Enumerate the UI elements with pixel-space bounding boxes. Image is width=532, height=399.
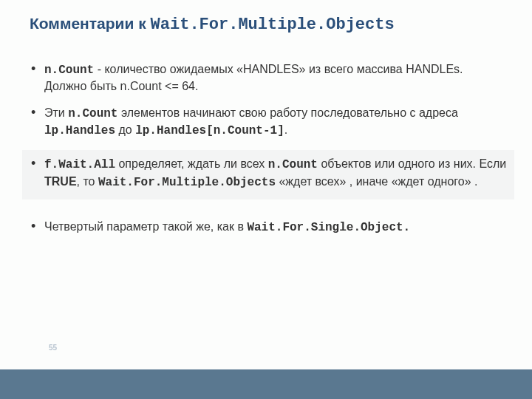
bullet-1: n.Count - количество ожидаемых «HANDLES»… — [30, 61, 507, 95]
bullet-2: Эти n.Count элементов начинают свою рабо… — [30, 105, 507, 140]
bottom-strip — [0, 369, 532, 399]
text: объектов или одного из них. Если — [318, 157, 506, 170]
code-ncount: n.Count — [268, 158, 318, 171]
highlight-box: f.Wait.All определяет, ждать ли всех n.C… — [22, 150, 514, 200]
text: , то — [77, 175, 98, 188]
code-lphandles: lp.Handles — [44, 124, 115, 137]
text: «ждет всех» , иначе «ждет одного» . — [276, 175, 478, 188]
slide-title: Комментарии к Wait.For.Multiple.Objects — [30, 13, 507, 36]
text-true: TRUE — [44, 175, 77, 188]
bullet-list-top: n.Count - количество ожидаемых «HANDLES»… — [30, 61, 507, 140]
code-ncount: n.Count — [68, 107, 117, 120]
code-fwaitall: f.Wait.All — [44, 158, 115, 171]
text: определяет, ждать ли всех — [115, 157, 268, 170]
code-ncount: n.Count — [44, 64, 94, 77]
bullet-list-highlight: f.Wait.All определяет, ждать ли всех n.C… — [30, 156, 507, 191]
title-prefix: Комментарии к — [30, 15, 151, 32]
text: - количество ожидаемых «HANDLES» из всег… — [44, 63, 463, 93]
text: Эти — [44, 106, 68, 119]
text: элементов начинают свою работу последова… — [117, 106, 457, 119]
code-wfmo: Wait.For.Multiple.Objects — [98, 176, 276, 189]
code-lphandles-index: lp.Handles[n.Count-1] — [135, 124, 284, 137]
bullet-4: Четвертый параметр такой же, как в Wait.… — [30, 219, 507, 236]
bullet-3: f.Wait.All определяет, ждать ли всех n.C… — [30, 156, 507, 191]
text: до — [115, 123, 135, 136]
title-code: Wait.For.Multiple.Objects — [151, 16, 395, 34]
slide: Комментарии к Wait.For.Multiple.Objects … — [0, 0, 532, 369]
text: Четвертый параметр такой же, как в — [44, 220, 247, 233]
code-wfso: Wait.For.Single.Object. — [247, 221, 410, 234]
text: . — [284, 123, 287, 136]
page-number: 55 — [49, 344, 57, 352]
bullet-list-bottom: Четвертый параметр такой же, как в Wait.… — [30, 219, 507, 236]
